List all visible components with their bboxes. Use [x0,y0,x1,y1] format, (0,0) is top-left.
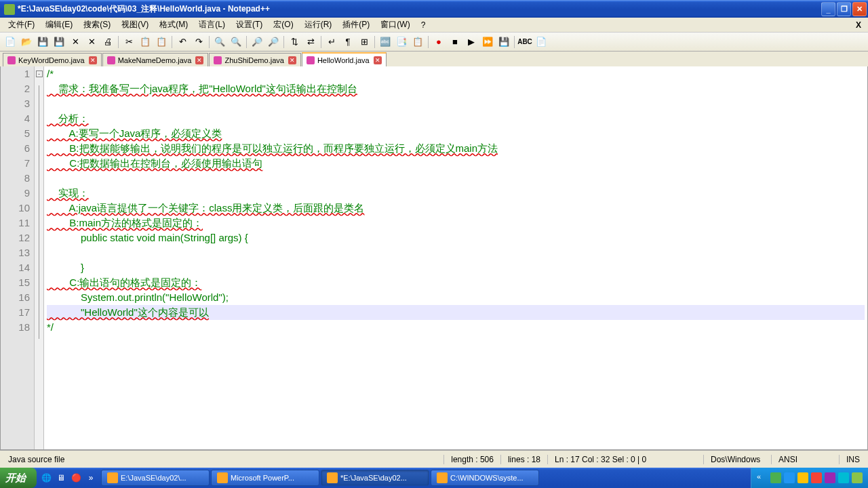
menu-close-doc[interactable]: X [852,19,865,31]
code-line[interactable]: public static void main(String[] args) { [47,230,865,245]
open-file-icon[interactable]: 📂 [19,35,34,49]
code-line[interactable]: B:把数据能够输出，说明我们的程序是可以独立运行的，而程序要独立运行，必须定义m… [47,141,865,156]
undo-icon[interactable]: ↶ [175,35,190,49]
code-line[interactable] [47,171,865,186]
code-line[interactable]: /* [47,66,865,81]
code-line[interactable] [47,96,865,111]
sync-v-icon[interactable]: ⇅ [287,35,302,49]
code-line[interactable]: "HelloWorld"这个内容是可以 [47,305,865,320]
tab-3[interactable]: HelloWorld.java✕ [302,52,387,66]
maximize-button[interactable]: ❐ [837,2,851,16]
start-button[interactable]: 开始 [0,468,37,488]
ql-desktop-icon[interactable]: 🖥 [54,471,68,485]
menu-plugins[interactable]: 插件(P) [337,18,375,32]
cut-icon[interactable]: ✂ [121,35,136,49]
menu-format[interactable]: 格式(M) [154,18,193,32]
save-icon[interactable]: 💾 [35,35,50,49]
tab-close-icon[interactable]: ✕ [195,56,203,64]
ql-ie-icon[interactable]: 🌐 [39,471,53,485]
code-line[interactable]: A:java语言提供了一个关键字：class用来定义类，后面跟的是类名 [47,201,865,216]
play-multi-icon[interactable]: ⏩ [480,35,495,49]
task-button-1[interactable]: Microsoft PowerP... [211,470,319,486]
zoom-in-icon[interactable]: 🔎 [250,35,264,49]
all-chars-icon[interactable]: ¶ [340,35,355,49]
code-line[interactable]: C:输出语句的格式是固定的： [47,275,865,290]
menu-window[interactable]: 窗口(W) [375,18,415,32]
menu-file[interactable]: 文件(F) [3,18,40,32]
tray-expand-icon[interactable]: « [757,472,768,483]
close-button[interactable]: ✕ [852,2,867,16]
menu-macro[interactable]: 宏(O) [268,18,298,32]
tab-label: KeyWordDemo.java [18,56,85,64]
menu-search[interactable]: 搜索(S) [78,18,116,32]
task-button-2[interactable]: *E:\JavaSE\day02... [321,470,429,486]
tray-icon-6[interactable] [838,472,849,483]
tray-icon-2[interactable] [784,472,795,483]
play-icon[interactable]: ▶ [464,35,479,49]
code-line[interactable]: B:main方法的格式是固定的： [47,216,865,230]
task-button-3[interactable]: C:\WINDOWS\syste... [431,470,539,486]
save-macro-icon[interactable]: 💾 [496,35,511,49]
func-list-icon[interactable]: 📋 [410,35,425,49]
find-icon[interactable]: 🔍 [212,35,227,49]
menu-view[interactable]: 视图(V) [116,18,154,32]
code-line[interactable]: */ [47,320,865,335]
code-line[interactable]: A:要写一个Java程序，必须定义类 [47,126,865,141]
print-icon[interactable]: 🖨 [100,35,115,49]
system-tray[interactable]: « [751,468,868,488]
tray-icon-4[interactable] [811,472,822,483]
tab-0[interactable]: KeyWordDemo.java✕ [3,53,102,66]
code-area[interactable]: /* 需求：我准备写一个java程序，把"HelloWorld"这句话输出在控制… [44,66,867,449]
tab-2[interactable]: ZhuShiDemo.java✕ [209,53,300,66]
minimize-button[interactable]: _ [821,2,835,16]
code-line[interactable]: C:把数据输出在控制台，必须使用输出语句 [47,156,865,171]
save-all-icon[interactable]: 💾 [52,35,66,49]
tab-close-icon[interactable]: ✕ [288,56,296,64]
tab-1[interactable]: MakeNameDemo.java✕ [102,53,209,66]
code-line[interactable]: System.out.println("HelloWorld"); [47,290,865,305]
spell-icon[interactable]: ABC [517,35,532,49]
task-button-0[interactable]: E:\JavaSE\day02\... [101,470,210,486]
task-icon [217,472,228,483]
menu-help[interactable]: ? [416,19,431,31]
paste-icon[interactable]: 📋 [154,35,169,49]
code-line[interactable]: 分析： [47,111,865,126]
tray-icon-7[interactable] [852,472,863,483]
menu-language[interactable]: 语言(L) [193,18,231,32]
status-position: Ln : 17 Col : 32 Sel : 0 | 0 [547,455,703,464]
status-filetype: Java source file [1,455,443,464]
stop-icon[interactable]: ■ [448,35,462,49]
menu-run[interactable]: 运行(R) [299,18,338,32]
tray-icon-3[interactable] [797,472,808,483]
ql-show-desktop-icon[interactable]: » [84,471,98,485]
close-all-icon[interactable]: ✕ [84,35,99,49]
sync-h-icon[interactable]: ⇄ [303,35,318,49]
zoom-out-icon[interactable]: 🔎 [266,35,281,49]
replace-icon[interactable]: 🔍 [229,35,243,49]
code-line[interactable]: 实现： [47,186,865,201]
copy-icon[interactable]: 📋 [138,35,153,49]
new-file-icon[interactable]: 📄 [3,35,18,49]
close-file-icon[interactable]: ✕ [68,35,83,49]
tab-close-icon[interactable]: ✕ [374,56,382,64]
menu-settings[interactable]: 设置(T) [231,18,268,32]
fold-toggle[interactable]: - [36,70,43,77]
menu-edit[interactable]: 编辑(E) [40,18,78,32]
file-icon [307,56,315,64]
tray-icon-5[interactable] [825,472,835,483]
wrap-icon[interactable]: ↵ [324,35,339,49]
tab-close-icon[interactable]: ✕ [89,56,97,64]
tray-icon-1[interactable] [770,472,781,483]
status-eol: Dos\Windows [703,455,771,464]
ql-media-icon[interactable]: 🔴 [69,471,83,485]
code-line[interactable]: } [47,260,865,275]
line-gutter: 123456789101112131415161718 [1,66,35,449]
lang-icon[interactable]: 🔤 [378,35,393,49]
code-line[interactable]: 需求：我准备写一个java程序，把"HelloWorld"这句话输出在控制台 [47,81,865,96]
record-icon[interactable]: ● [431,35,446,49]
doc-switcher-icon[interactable]: 📄 [534,35,549,49]
doc-map-icon[interactable]: 📑 [394,35,409,49]
indent-guide-icon[interactable]: ⊞ [357,35,372,49]
redo-icon[interactable]: ↷ [191,35,206,49]
code-line[interactable] [47,245,865,260]
